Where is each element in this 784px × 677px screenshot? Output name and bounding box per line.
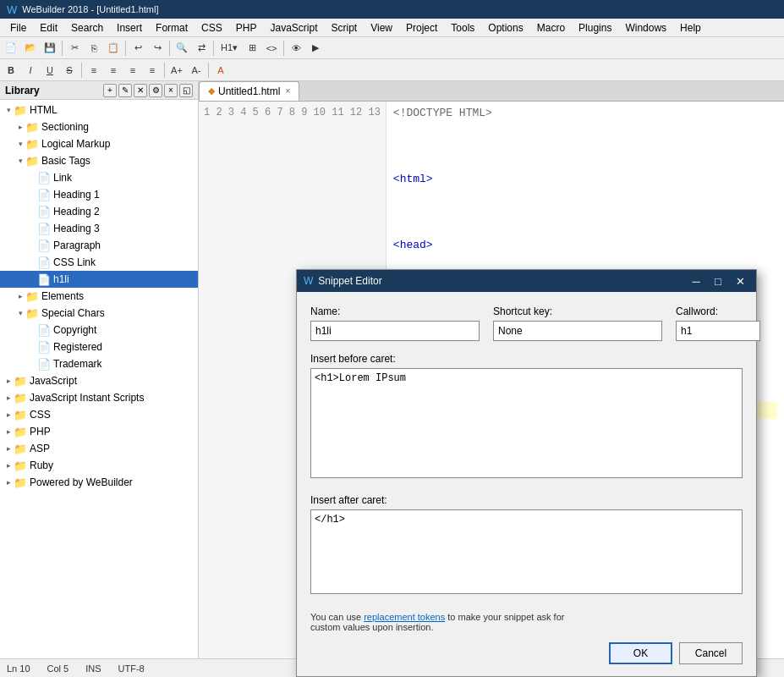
insert-after-textarea[interactable]: </h1>	[310, 509, 743, 594]
italic-btn[interactable]: I	[21, 61, 40, 80]
tree-item-basic-tags[interactable]: ▾📁Basic Tags	[0, 152, 198, 169]
tree-arrow: ▸	[3, 410, 14, 419]
page-icon: 📄	[37, 171, 51, 184]
menu-item-script[interactable]: Script	[325, 20, 365, 36]
tree-item-trademark[interactable]: 📄Trademark	[0, 355, 198, 372]
align-left-btn[interactable]: ≡	[85, 61, 103, 80]
tree-item-paragraph[interactable]: 📄Paragraph	[0, 237, 198, 254]
tree-item-heading1[interactable]: 📄Heading 1	[0, 186, 198, 203]
align-center-btn[interactable]: ≡	[104, 61, 123, 80]
search-btn[interactable]: 🔍	[173, 39, 191, 58]
folder-icon: 📁	[14, 103, 27, 117]
tree-item-special-chars[interactable]: ▾📁Special Chars	[0, 305, 198, 322]
tree-item-ruby[interactable]: ▸📁Ruby	[0, 457, 198, 474]
folder-icon: 📁	[14, 476, 27, 489]
paste-btn[interactable]: 📋	[104, 39, 123, 58]
menu-item-file[interactable]: File	[3, 20, 33, 36]
callword-input[interactable]	[676, 321, 760, 341]
tree-item-heading2[interactable]: 📄Heading 2	[0, 203, 198, 220]
replace-btn[interactable]: ⇄	[192, 39, 211, 58]
shortcut-input[interactable]	[493, 321, 662, 341]
bold-btn[interactable]: B	[2, 61, 20, 80]
tree-item-javascript[interactable]: ▸📁JavaScript	[0, 372, 198, 389]
menu-item-edit[interactable]: Edit	[33, 20, 64, 36]
tree-item-logical-markup[interactable]: ▾📁Logical Markup	[0, 135, 198, 152]
save-btn[interactable]: 💾	[41, 39, 59, 58]
font-size-decrease-btn[interactable]: A-	[187, 61, 206, 80]
library-close-btn[interactable]: ×	[164, 84, 178, 97]
cancel-button[interactable]: Cancel	[679, 642, 743, 664]
menu-item-help[interactable]: Help	[673, 20, 708, 36]
undo-btn[interactable]: ↩	[129, 39, 147, 58]
color-btn[interactable]: A	[211, 61, 230, 80]
tree-arrow: ▸	[15, 123, 25, 131]
maximize-btn[interactable]: □	[709, 272, 727, 289]
name-input[interactable]	[310, 321, 480, 341]
insert-before-textarea[interactable]: <h1>Lorem IPsum	[310, 368, 743, 478]
tree-item-asp[interactable]: ▸📁ASP	[0, 440, 198, 457]
menu-item-javascript[interactable]: JavaScript	[263, 20, 324, 36]
tree-item-css-link[interactable]: 📄CSS Link	[0, 254, 198, 271]
library-settings-btn[interactable]: ⚙	[149, 84, 162, 97]
new-btn[interactable]: 📄	[2, 39, 20, 58]
run-btn[interactable]: ▶	[306, 39, 325, 58]
tag-btn[interactable]: <>	[262, 39, 281, 58]
tree-item-h1li[interactable]: 📄h1li	[0, 271, 198, 288]
dialog-title-text: Snippet Editor	[318, 275, 381, 287]
tree-item-link[interactable]: 📄Link	[0, 169, 198, 186]
code-line: <html>	[393, 171, 777, 188]
redo-btn[interactable]: ↪	[148, 39, 167, 58]
font-size-increase-btn[interactable]: A+	[167, 61, 186, 80]
tree-label: CSS	[30, 409, 51, 421]
library-edit-btn[interactable]: ✎	[118, 84, 132, 97]
strike-btn[interactable]: S	[60, 61, 79, 80]
menu-item-search[interactable]: Search	[64, 20, 110, 36]
table-btn[interactable]: ⊞	[243, 39, 261, 58]
menu-item-insert[interactable]: Insert	[110, 20, 149, 36]
menu-item-php[interactable]: PHP	[229, 20, 264, 36]
menu-item-windows[interactable]: Windows	[618, 20, 673, 36]
open-btn[interactable]: 📂	[21, 39, 40, 58]
menu-item-view[interactable]: View	[364, 20, 399, 36]
align-justify-btn[interactable]: ≡	[143, 61, 162, 80]
align-right-btn[interactable]: ≡	[123, 61, 142, 80]
copy-btn[interactable]: ⎘	[85, 39, 103, 58]
tab-untitled1[interactable]: ◆ Untitled1.html ×	[199, 81, 299, 101]
callword-field-group: Callword:	[676, 305, 760, 341]
dialog-title: W Snippet Editor	[304, 275, 382, 287]
library-add-btn[interactable]: +	[103, 84, 117, 97]
menu-item-macro[interactable]: Macro	[530, 20, 572, 36]
tree-item-powered[interactable]: ▸📁Powered by WeBuilder	[0, 474, 198, 491]
ok-button[interactable]: OK	[609, 642, 672, 664]
close-btn[interactable]: ✕	[731, 272, 749, 289]
heading-btn[interactable]: H1▾	[217, 39, 242, 58]
tree-label: Powered by WeBuilder	[30, 476, 133, 488]
tree-item-registered[interactable]: 📄Registered	[0, 338, 198, 355]
tab-bar: ◆ Untitled1.html ×	[199, 81, 784, 102]
menu-item-tools[interactable]: Tools	[444, 20, 481, 36]
tree-item-copyright[interactable]: 📄Copyright	[0, 322, 198, 338]
library-float-btn[interactable]: ◱	[179, 84, 193, 97]
tree-item-css[interactable]: ▸📁CSS	[0, 406, 198, 423]
tree-item-js-instant[interactable]: ▸📁JavaScript Instant Scripts	[0, 389, 198, 406]
menu-item-css[interactable]: CSS	[195, 20, 229, 36]
tree-item-sectioning[interactable]: ▸📁Sectioning	[0, 118, 198, 135]
page-icon: 📄	[37, 272, 51, 286]
minimize-btn[interactable]: ─	[687, 272, 705, 289]
name-label: Name:	[310, 305, 480, 317]
cut-btn[interactable]: ✂	[65, 39, 84, 58]
tree-item-php[interactable]: ▸📁PHP	[0, 423, 198, 440]
menu-item-format[interactable]: Format	[149, 20, 195, 36]
menu-item-options[interactable]: Options	[481, 20, 529, 36]
menu-item-project[interactable]: Project	[399, 20, 444, 36]
preview-btn[interactable]: 👁	[287, 39, 305, 58]
tree-item-html[interactable]: ▾📁HTML	[0, 102, 198, 118]
tree-item-elements[interactable]: ▸📁Elements	[0, 288, 198, 305]
replacement-tokens-link[interactable]: replacement tokens	[364, 612, 445, 622]
sep1	[62, 41, 63, 56]
library-delete-btn[interactable]: ✕	[134, 84, 147, 97]
tab-close-btn[interactable]: ×	[285, 86, 290, 96]
underline-btn[interactable]: U	[41, 61, 59, 80]
tree-item-heading3[interactable]: 📄Heading 3	[0, 220, 198, 237]
menu-item-plugins[interactable]: Plugins	[572, 20, 618, 36]
